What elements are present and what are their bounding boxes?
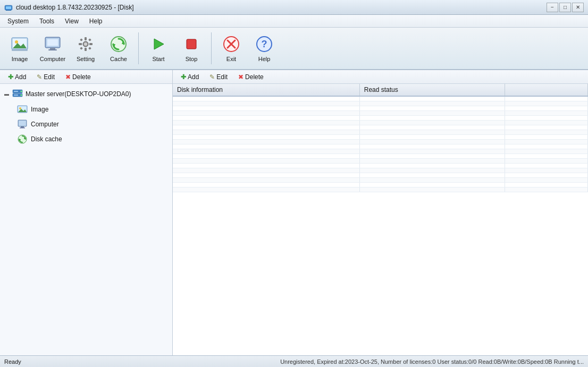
svg-rect-3 — [6, 10, 11, 11]
right-delete-button[interactable]: ✖ Delete — [233, 72, 268, 82]
menu-bar: System Tools View Help — [0, 15, 588, 28]
table-row[interactable] — [173, 178, 588, 183]
svg-rect-23 — [88, 47, 91, 50]
setting-icon — [76, 35, 95, 54]
table-row[interactable] — [173, 121, 588, 125]
svg-rect-18 — [79, 43, 82, 45]
right-panel: ✚ Add ✎ Edit ✖ Delete Disk information R… — [173, 70, 588, 355]
table-row[interactable] — [173, 130, 588, 135]
cache-icon — [109, 35, 128, 54]
tree-image-label: Image — [31, 106, 48, 113]
left-sub-toolbar: ✚ Add ✎ Edit ✖ Delete — [0, 70, 172, 84]
menu-tools[interactable]: Tools — [34, 16, 60, 26]
table-row[interactable] — [173, 154, 588, 159]
tree-item-image[interactable]: Image — [15, 102, 170, 117]
table-row[interactable] — [173, 183, 588, 187]
toolbar-computer-label: Computer — [40, 56, 65, 62]
table-row[interactable] — [173, 101, 588, 106]
tree-item-computer[interactable]: Computer — [15, 117, 170, 132]
title-bar: cloud desktop 1.8.7432.20230925 - [Disk]… — [0, 0, 588, 15]
right-sub-toolbar: ✚ Add ✎ Edit ✖ Delete — [173, 70, 588, 84]
table-row[interactable] — [173, 116, 588, 121]
delete-icon: ✖ — [65, 73, 71, 81]
exit-icon — [222, 35, 241, 54]
table-row[interactable] — [173, 111, 588, 116]
left-add-button[interactable]: ✚ Add — [3, 72, 31, 82]
server-icon — [12, 88, 23, 100]
status-ready: Ready — [4, 359, 36, 365]
tree-cache-icon — [17, 134, 28, 144]
left-delete-label: Delete — [72, 73, 91, 81]
table-row[interactable] — [173, 173, 588, 178]
toolbar-help-button[interactable]: ? Help — [249, 30, 280, 67]
left-edit-button[interactable]: ✎ Edit — [32, 72, 60, 82]
toolbar-setting-label: Setting — [77, 56, 95, 62]
toolbar-stop-button[interactable]: Stop — [176, 30, 207, 67]
toolbar-start-button[interactable]: Start — [143, 30, 174, 67]
tree-item-disk-cache[interactable]: Disk cache — [15, 132, 170, 147]
left-delete-button[interactable]: ✖ Delete — [61, 72, 96, 82]
svg-rect-21 — [88, 38, 91, 41]
svg-rect-20 — [80, 38, 83, 41]
menu-help[interactable]: Help — [84, 16, 108, 26]
svg-point-37 — [21, 95, 22, 96]
col-disk-info: Disk information — [173, 84, 359, 96]
toolbar-setting-button[interactable]: Setting — [70, 30, 101, 67]
maximize-button[interactable]: □ — [559, 3, 571, 12]
table-row[interactable] — [173, 135, 588, 140]
table-row[interactable] — [173, 187, 588, 192]
table-row[interactable] — [173, 164, 588, 168]
add-icon: ✚ — [8, 73, 13, 81]
svg-rect-17 — [85, 48, 87, 51]
table-row[interactable] — [173, 168, 588, 173]
svg-rect-8 — [12, 49, 28, 51]
toolbar-separator-1 — [138, 32, 139, 64]
start-icon — [149, 35, 168, 54]
col-read-status: Read status — [359, 84, 505, 96]
minimize-button[interactable]: − — [547, 3, 558, 12]
table-body — [173, 96, 588, 192]
toolbar-separator-2 — [211, 32, 212, 64]
svg-rect-13 — [47, 39, 58, 46]
table-row[interactable] — [173, 96, 588, 101]
toolbar: Image Computer — [0, 28, 588, 70]
right-edit-button[interactable]: ✎ Edit — [205, 72, 232, 82]
table-row[interactable] — [173, 106, 588, 111]
close-button[interactable]: ✕ — [572, 3, 584, 12]
toolbar-stop-label: Stop — [186, 56, 198, 62]
menu-view[interactable]: View — [60, 16, 84, 26]
table-row[interactable] — [173, 144, 588, 149]
table-row[interactable] — [173, 149, 588, 154]
right-delete-icon: ✖ — [238, 73, 243, 81]
toolbar-cache-label: Cache — [110, 56, 127, 62]
svg-point-15 — [84, 42, 87, 46]
svg-rect-16 — [85, 37, 87, 40]
right-add-button[interactable]: ✚ Add — [176, 72, 204, 82]
svg-rect-1 — [6, 6, 11, 9]
left-edit-label: Edit — [44, 73, 55, 81]
toolbar-cache-button[interactable]: Cache — [103, 30, 134, 67]
table-row[interactable] — [173, 140, 588, 144]
table-row[interactable] — [173, 159, 588, 164]
title-text: cloud desktop 1.8.7432.20230925 - [Disk] — [16, 4, 133, 11]
svg-rect-38 — [14, 91, 18, 92]
svg-point-36 — [21, 91, 22, 92]
toolbar-image-button[interactable]: Image — [4, 30, 35, 67]
table-header-row: Disk information Read status — [173, 84, 588, 96]
tree-area: ▬ Master server(DESKTOP-UOP2DA0) — [0, 84, 172, 355]
tree-computer-label: Computer — [31, 121, 59, 128]
tree-disk-cache-label: Disk cache — [31, 135, 62, 143]
menu-system[interactable]: System — [2, 16, 34, 26]
toolbar-computer-button[interactable]: Computer — [37, 30, 68, 67]
right-add-label: Add — [188, 73, 199, 81]
title-bar-left: cloud desktop 1.8.7432.20230925 - [Disk] — [4, 3, 133, 12]
server-label: Master server(DESKTOP-UOP2DA0) — [26, 90, 131, 98]
tree-computer-icon — [17, 119, 28, 130]
tree-image-icon — [17, 104, 28, 115]
right-edit-label: Edit — [216, 73, 228, 81]
expand-icon: ▬ — [4, 91, 10, 97]
tree-server[interactable]: ▬ Master server(DESKTOP-UOP2DA0) — [2, 86, 170, 102]
disk-table: Disk information Read status — [173, 84, 588, 355]
toolbar-exit-button[interactable]: Exit — [216, 30, 247, 67]
table-row[interactable] — [173, 125, 588, 130]
